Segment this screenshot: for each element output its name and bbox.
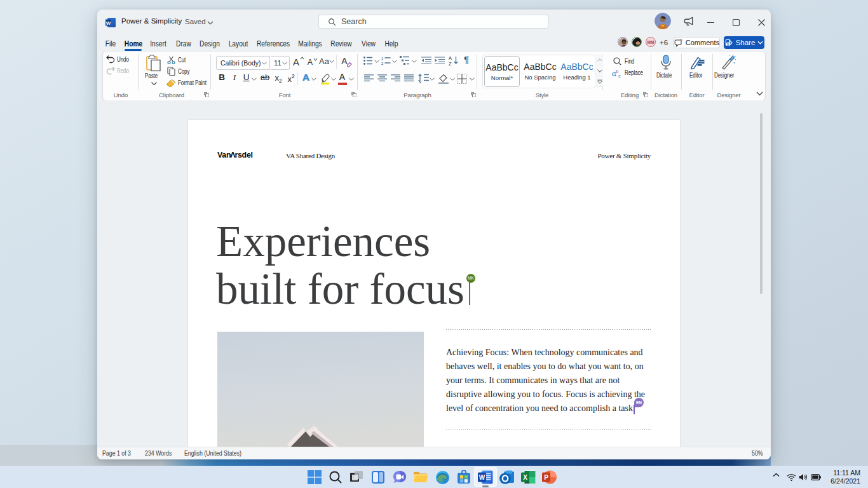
svg-text:X: X [523, 474, 527, 481]
svg-text:1: 1 [381, 57, 384, 60]
svg-text:Z: Z [449, 61, 452, 66]
svg-text:2: 2 [381, 62, 384, 65]
svg-text:W: W [106, 20, 111, 26]
svg-text:c: c [618, 73, 621, 78]
svg-text:W: W [479, 474, 485, 481]
svg-text:P: P [544, 474, 548, 481]
